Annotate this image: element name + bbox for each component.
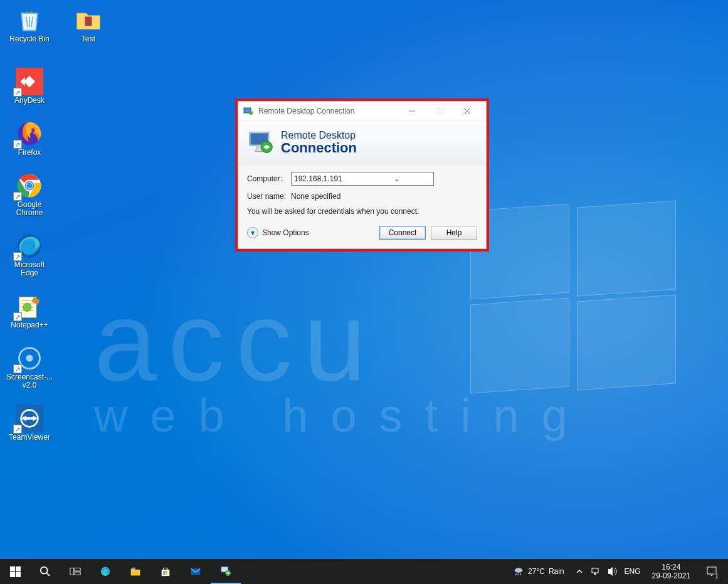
- rdc-header-line1: Remote Desktop: [281, 130, 357, 141]
- rdc-header-line2: Connection: [281, 141, 357, 155]
- desktop-wallpaper[interactable]: accu web hosting Recycle Bin Test ↗ AnyD…: [0, 0, 728, 559]
- help-button[interactable]: Help: [431, 226, 477, 240]
- desktop-icon-test-folder[interactable]: Test: [64, 6, 113, 43]
- maximize-button[interactable]: [426, 102, 453, 120]
- svg-rect-32: [166, 573, 167, 575]
- tray-weather[interactable]: 27°C Rain: [508, 566, 569, 577]
- tray-overflow[interactable]: [573, 559, 586, 584]
- svg-rect-27: [131, 570, 140, 575]
- svg-rect-0: [85, 17, 92, 26]
- windows-start-icon: [10, 566, 21, 577]
- rdc-header-icon: [247, 129, 275, 156]
- desktop-icon-recycle-bin[interactable]: Recycle Bin: [5, 6, 54, 43]
- username-value: None specified: [291, 192, 340, 201]
- weather-icon: [513, 566, 524, 577]
- taskbar-app-edge[interactable]: [90, 559, 120, 584]
- svg-rect-15: [25, 417, 34, 420]
- watermark-tagline: web hosting: [94, 389, 590, 442]
- desktop-icon-notepadpp[interactable]: ↗ Notepad++: [5, 292, 54, 329]
- file-explorer-icon: [130, 566, 141, 577]
- desktop-icon-edge[interactable]: ↗ Microsoft Edge: [5, 232, 54, 277]
- username-label: User name:: [247, 192, 291, 201]
- window-titlebar[interactable]: Remote Desktop Connection: [238, 102, 486, 120]
- folder-icon: [75, 6, 102, 34]
- show-options-toggle[interactable]: ▾ Show Options: [247, 227, 309, 238]
- svg-point-36: [515, 568, 523, 573]
- minimize-button[interactable]: [398, 102, 426, 120]
- rdc-titlebar-icon: [243, 106, 253, 116]
- tray-datetime[interactable]: 16:24 29-09-2021: [647, 563, 695, 580]
- window-title: Remote Desktop Connection: [258, 107, 398, 115]
- task-view-button[interactable]: [60, 559, 90, 584]
- rdc-highlight-border: Remote Desktop Connection Remote Desktop: [235, 98, 489, 252]
- svg-rect-31: [163, 573, 165, 575]
- svg-rect-18: [436, 108, 443, 114]
- svg-rect-37: [592, 568, 598, 573]
- taskbar-app-mail[interactable]: [181, 559, 211, 584]
- computer-label: Computer:: [247, 174, 291, 183]
- search-icon: [40, 566, 51, 577]
- svg-rect-24: [75, 568, 80, 571]
- search-button[interactable]: [30, 559, 60, 584]
- windows-logo-wallpaper: [470, 207, 683, 395]
- credentials-hint: You will be asked for credentials when y…: [247, 207, 477, 216]
- computer-combobox[interactable]: 192.168.1.191 ⌄: [291, 172, 434, 186]
- taskbar-app-rdc[interactable]: [211, 559, 241, 584]
- edge-taskbar-icon: [100, 566, 111, 577]
- taskbar-app-explorer[interactable]: [120, 559, 150, 584]
- svg-rect-38: [594, 573, 596, 575]
- svg-rect-30: [166, 571, 167, 573]
- svg-point-6: [26, 183, 32, 188]
- rdc-taskbar-icon: [220, 565, 231, 576]
- svg-rect-29: [163, 571, 165, 573]
- close-button[interactable]: [453, 102, 481, 120]
- system-tray: 27°C Rain ENG 16:24 29-09-2021 1: [508, 559, 728, 584]
- svg-rect-28: [133, 568, 136, 570]
- tray-notifications[interactable]: 1: [699, 559, 724, 584]
- tray-network-icon[interactable]: [589, 559, 602, 584]
- desktop-icon-screencast[interactable]: ↗ Screencast-... v2.0: [5, 344, 54, 390]
- start-button[interactable]: [0, 559, 30, 584]
- tray-volume-icon[interactable]: [606, 559, 618, 584]
- desktop-icon-chrome[interactable]: ↗ Google Chrome: [5, 172, 54, 217]
- rdc-body: Computer: 192.168.1.191 ⌄ User name: Non…: [238, 164, 486, 248]
- chevron-down-icon: ⌄: [362, 174, 431, 183]
- svg-point-17: [249, 111, 253, 115]
- svg-point-9: [23, 303, 32, 312]
- computer-value: 192.168.1.191: [294, 174, 362, 183]
- remote-desktop-window: Remote Desktop Connection Remote Desktop: [238, 101, 487, 249]
- taskbar-app-store[interactable]: [150, 559, 181, 584]
- desktop-icon-anydesk[interactable]: ↗ AnyDesk: [5, 68, 54, 105]
- watermark-brand: accu: [94, 276, 377, 406]
- recycle-bin-icon: [16, 6, 43, 34]
- tray-language[interactable]: ENG: [622, 559, 643, 584]
- svg-point-11: [26, 355, 33, 362]
- connect-button[interactable]: Connect: [379, 226, 426, 240]
- svg-rect-23: [70, 568, 73, 575]
- svg-point-22: [41, 567, 48, 574]
- desktop-icon-firefox[interactable]: ↗ Firefox: [5, 120, 54, 157]
- desktop-icon-teamviewer[interactable]: ↗ TeamViewer: [5, 405, 54, 442]
- chevron-down-circle-icon: ▾: [247, 227, 258, 238]
- task-view-icon: [70, 566, 81, 577]
- taskbar: 27°C Rain ENG 16:24 29-09-2021 1: [0, 559, 728, 584]
- store-icon: [160, 566, 171, 577]
- mail-icon: [190, 566, 201, 577]
- svg-rect-25: [75, 572, 80, 575]
- rdc-header: Remote Desktop Connection: [238, 120, 486, 164]
